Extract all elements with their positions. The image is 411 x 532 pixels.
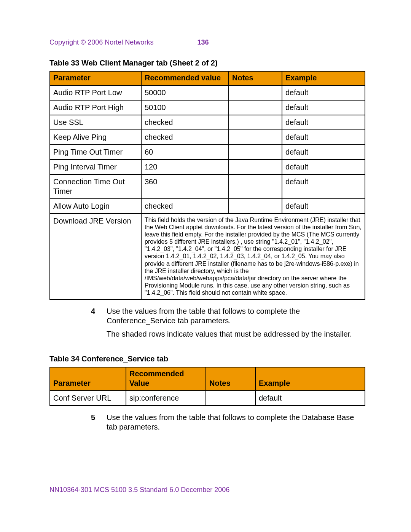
table-cell: default (282, 130, 365, 145)
table-cell: default (282, 160, 365, 174)
table-row: Audio RTP Port Low50000default (50, 85, 365, 100)
table-cell: Audio RTP Port High (50, 100, 141, 115)
table-cell: 50000 (141, 85, 229, 100)
table-cell (229, 199, 282, 214)
table34-title: Table 34 Conference_Service tab (49, 354, 365, 364)
col-recommended: Recommended Value (126, 367, 206, 391)
table-row: Allow Auto Logincheckeddefault (50, 199, 365, 214)
table33: Parameter Recommended value Notes Exampl… (49, 71, 365, 300)
step-5-number: 5 (49, 413, 107, 436)
copyright-text: Copyright © 2006 Nortel Networks (49, 38, 153, 46)
col-example: Example (282, 71, 365, 85)
col-parameter: Parameter (50, 71, 141, 85)
table-cell: sip:conference (126, 391, 206, 406)
table-row: Keep Alive Pingcheckeddefault (50, 130, 365, 145)
table-cell (206, 391, 255, 406)
table-cell (229, 130, 282, 145)
table34: Parameter Recommended Value Notes Exampl… (49, 367, 365, 406)
table-row: Ping Time Out Timer60default (50, 145, 365, 160)
table-row: Use SSLcheckeddefault (50, 115, 365, 130)
step-5: 5 Use the values from the table that fol… (49, 413, 365, 436)
table-cell: 120 (141, 160, 229, 174)
table33-title: Table 33 Web Client Manager tab (Sheet 2… (49, 58, 365, 68)
table-cell: default (255, 391, 365, 406)
table-cell: default (282, 174, 365, 199)
table-cell: checked (141, 115, 229, 130)
table-cell: checked (141, 199, 229, 214)
page-footer: NN10364-301 MCS 5100 3.5 Standard 6.0 De… (49, 486, 229, 494)
table-cell: Ping Interval Timer (50, 160, 141, 174)
col-parameter: Parameter (50, 367, 126, 391)
table-cell (229, 145, 282, 160)
table-row: Connection Time Out Timer360default (50, 174, 365, 199)
col-notes: Notes (206, 367, 255, 391)
table-cell (229, 115, 282, 130)
table-cell: default (282, 100, 365, 115)
table-cell: 50100 (141, 100, 229, 115)
table-cell-jre-note: This field holds the version of the Java… (141, 214, 365, 299)
table-cell: Download JRE Version (50, 214, 141, 299)
table-row: Ping Interval Timer120default (50, 160, 365, 174)
step-4-text: Use the values from the table that follo… (107, 307, 365, 343)
table33-header-row: Parameter Recommended value Notes Exampl… (50, 71, 365, 85)
table-cell: 360 (141, 174, 229, 199)
table-cell (229, 100, 282, 115)
col-example: Example (255, 367, 365, 391)
table-cell: Use SSL (50, 115, 141, 130)
page-number: 136 (197, 38, 209, 47)
page-header: Copyright © 2006 Nortel Networks 136 (49, 38, 365, 47)
table-cell: Conf Server URL (50, 391, 126, 406)
table-row: Download JRE VersionThis field holds the… (50, 214, 365, 299)
table-cell: default (282, 145, 365, 160)
step-5-text: Use the values from the table that follo… (107, 413, 365, 436)
table34-header-row: Parameter Recommended Value Notes Exampl… (50, 367, 365, 391)
table-cell: default (282, 85, 365, 100)
col-notes: Notes (229, 71, 282, 85)
table-cell: Connection Time Out Timer (50, 174, 141, 199)
step-4-number: 4 (49, 307, 107, 343)
table-cell: Allow Auto Login (50, 199, 141, 214)
table-cell: Audio RTP Port Low (50, 85, 141, 100)
step-5-p1: Use the values from the table that follo… (107, 413, 365, 432)
table-row: Audio RTP Port High50100default (50, 100, 365, 115)
table-cell: checked (141, 130, 229, 145)
step-4-p2: The shaded rows indicate values that mus… (107, 329, 365, 339)
col-recommended: Recommended value (141, 71, 229, 85)
table-cell: default (282, 199, 365, 214)
table-cell: Ping Time Out Timer (50, 145, 141, 160)
step-4: 4 Use the values from the table that fol… (49, 307, 365, 343)
table-cell: 60 (141, 145, 229, 160)
table-cell (229, 174, 282, 199)
table-row: Conf Server URLsip:conferencedefault (50, 391, 365, 406)
table-cell: default (282, 115, 365, 130)
step-4-p1: Use the values from the table that follo… (107, 307, 365, 326)
table-cell (229, 160, 282, 174)
table-cell (229, 85, 282, 100)
table-cell: Keep Alive Ping (50, 130, 141, 145)
